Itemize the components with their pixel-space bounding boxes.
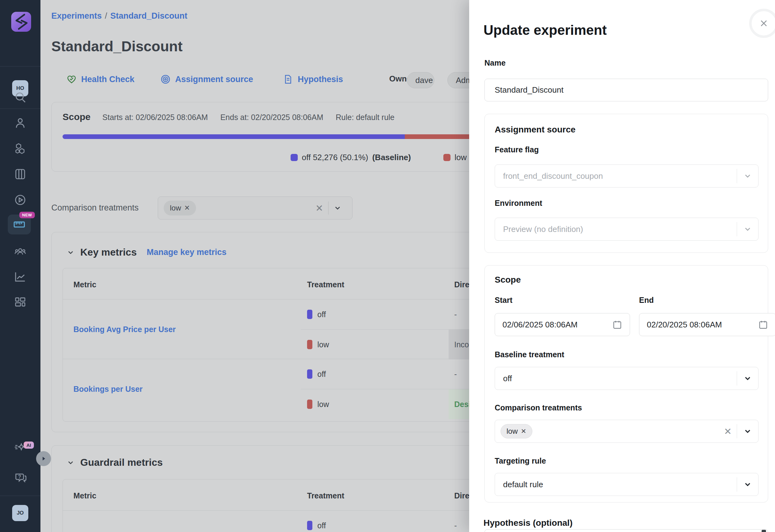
line-chart-icon[interactable] bbox=[13, 269, 28, 284]
treatment-swatch-off bbox=[307, 369, 312, 379]
user-avatar[interactable]: JO bbox=[12, 505, 28, 521]
breadcrumb-current-link[interactable]: Standard_Discount bbox=[110, 11, 188, 21]
name-input[interactable]: Standard_Discount bbox=[485, 79, 768, 101]
name-label: Name bbox=[485, 58, 506, 67]
calendar-icon[interactable] bbox=[758, 320, 768, 330]
chevron-down-icon[interactable] bbox=[737, 427, 758, 436]
assignment-source-link[interactable]: Assignment source bbox=[160, 74, 253, 85]
legend-low: low bbox=[443, 153, 467, 162]
start-label: Start bbox=[495, 296, 513, 305]
col-direction: Direction bbox=[454, 280, 469, 289]
ruler-icon bbox=[13, 219, 26, 230]
key-metrics-table: Metric Treatment Direction Booking Avg P… bbox=[63, 268, 469, 422]
legend-swatch-low bbox=[443, 154, 451, 161]
target-icon bbox=[160, 74, 171, 85]
chevron-down-icon[interactable] bbox=[737, 374, 758, 383]
chevron-down-icon[interactable] bbox=[328, 204, 346, 212]
hypothesis-label: Hypothesis (optional) bbox=[484, 518, 573, 528]
chip-remove-icon[interactable]: ✕ bbox=[184, 204, 190, 212]
breadcrumb-experiments-link[interactable]: Experiments bbox=[51, 11, 102, 21]
main-content: Experiments/Standard_Discount Standard_D… bbox=[40, 0, 469, 532]
manage-key-metrics-link[interactable]: Manage key metrics bbox=[146, 247, 226, 257]
ai-badge: AI bbox=[24, 442, 34, 449]
direction-cell-inconclusive: Inconclusive bbox=[449, 330, 469, 359]
play-circle-icon[interactable] bbox=[13, 192, 28, 207]
environment-select[interactable]: Preview (no definition) bbox=[495, 218, 759, 241]
feature-flag-select[interactable]: front_end_discount_coupon bbox=[495, 164, 759, 187]
baseline-treatment-select[interactable]: off bbox=[495, 367, 759, 390]
col-direction: Direction bbox=[454, 491, 469, 500]
key-metrics-card: Key metrics Manage key metrics Metric Tr… bbox=[51, 232, 469, 432]
col-metric: Metric bbox=[73, 491, 96, 500]
key-metrics-title: Key metrics bbox=[80, 247, 137, 258]
breadcrumb-separator: / bbox=[102, 11, 110, 21]
col-treatment: Treatment bbox=[307, 280, 344, 289]
guardrail-metrics-card: Guardrail metrics Metric Treatment Direc… bbox=[51, 445, 469, 532]
treatment-chip-low[interactable]: low ✕ bbox=[501, 424, 532, 438]
health-check-link[interactable]: Health Check bbox=[66, 74, 134, 85]
close-button[interactable] bbox=[749, 9, 775, 38]
scope-card-title: Scope bbox=[63, 112, 90, 122]
guardrail-metrics-title: Guardrail metrics bbox=[80, 457, 163, 468]
end-date-input[interactable]: 02/20/2025 08:06AM bbox=[639, 313, 775, 336]
svg-text:?: ? bbox=[18, 474, 21, 479]
columns-icon[interactable] bbox=[13, 167, 28, 182]
comparison-treatments-label: Comparison treatments bbox=[51, 203, 139, 213]
treatment-swatch-off bbox=[307, 310, 312, 319]
sidebar-divider bbox=[0, 66, 40, 67]
guardrail-metrics-table: Metric Treatment Direction Average Purch… bbox=[63, 479, 469, 532]
statsig-logo[interactable] bbox=[11, 12, 31, 32]
end-label: End bbox=[639, 296, 654, 305]
table-header-row: Metric Treatment Direction bbox=[63, 479, 469, 511]
users-icon[interactable] bbox=[13, 115, 28, 130]
arrow-right-icon bbox=[41, 456, 46, 461]
col-treatment: Treatment bbox=[307, 491, 344, 500]
breadcrumb: Experiments/Standard_Discount bbox=[51, 11, 187, 21]
sidebar: HO NEW bbox=[0, 0, 40, 532]
expand-panel-handle[interactable] bbox=[36, 451, 51, 466]
people-group-icon[interactable] bbox=[13, 244, 28, 259]
chevron-down-icon[interactable] bbox=[737, 480, 758, 489]
owner-chip-dave[interactable]: dave bbox=[407, 72, 434, 88]
scope-ends-at: Ends at: 02/20/2025 08:06AM bbox=[220, 113, 323, 122]
search-icon[interactable] bbox=[13, 90, 28, 104]
chevron-down-icon bbox=[737, 225, 758, 234]
page-title: Standard_Discount bbox=[51, 38, 183, 55]
treatment-chip-low[interactable]: low ✕ bbox=[164, 201, 196, 215]
chat-help-icon[interactable]: ? bbox=[13, 470, 28, 485]
baseline-treatment-label: Baseline treatment bbox=[495, 350, 564, 359]
segments-icon[interactable] bbox=[13, 141, 28, 156]
scope-starts-at: Starts at: 02/06/2025 08:06AM bbox=[102, 113, 208, 122]
scope-rule: Rule: default rule bbox=[336, 113, 395, 122]
comparison-treatments-select[interactable]: low ✕ ✕ bbox=[158, 197, 352, 220]
collapse-chevron-icon[interactable] bbox=[67, 459, 75, 467]
start-date-input[interactable]: 02/06/2025 08:06AM bbox=[495, 313, 630, 336]
direction-cell: - bbox=[449, 511, 469, 532]
bar-segment-low bbox=[405, 134, 469, 139]
comparison-treatments-select[interactable]: low ✕ ✕ bbox=[495, 420, 759, 443]
select-clear-icon[interactable]: ✕ bbox=[719, 426, 737, 437]
assignment-source-card: Assignment source Feature flag front_end… bbox=[485, 114, 768, 253]
textarea-scroll-thumb bbox=[762, 530, 766, 532]
chip-remove-icon[interactable]: ✕ bbox=[521, 428, 527, 435]
close-icon bbox=[759, 18, 769, 29]
collapse-chevron-icon[interactable] bbox=[67, 248, 75, 257]
direction-cell: - bbox=[449, 299, 469, 329]
direction-cell-desired: Desired bbox=[449, 389, 469, 419]
bar-segment-off bbox=[63, 134, 405, 139]
calendar-icon[interactable] bbox=[612, 320, 622, 330]
targeting-rule-select[interactable]: default rule bbox=[495, 473, 759, 496]
owner-chip-admin[interactable]: Admin bbox=[448, 72, 469, 88]
select-clear-icon[interactable]: ✕ bbox=[310, 203, 328, 214]
table-row: Bookings per User off - low Desired bbox=[63, 359, 469, 419]
dashboard-icon[interactable] bbox=[13, 295, 28, 310]
targeting-rule-label: Targeting rule bbox=[495, 456, 546, 465]
scope-title: Scope bbox=[495, 275, 521, 285]
scope-summary-card: Scope Starts at: 02/06/2025 08:06AM Ends… bbox=[51, 102, 469, 172]
drawer-title: Update experiment bbox=[484, 22, 607, 38]
hypothesis-textarea[interactable] bbox=[485, 529, 768, 532]
heart-check-icon bbox=[66, 74, 77, 85]
new-badge: NEW bbox=[19, 212, 35, 218]
table-row: Average Purchasing Revenue per Night off… bbox=[63, 511, 469, 532]
hypothesis-link[interactable]: Hypothesis bbox=[283, 74, 343, 85]
